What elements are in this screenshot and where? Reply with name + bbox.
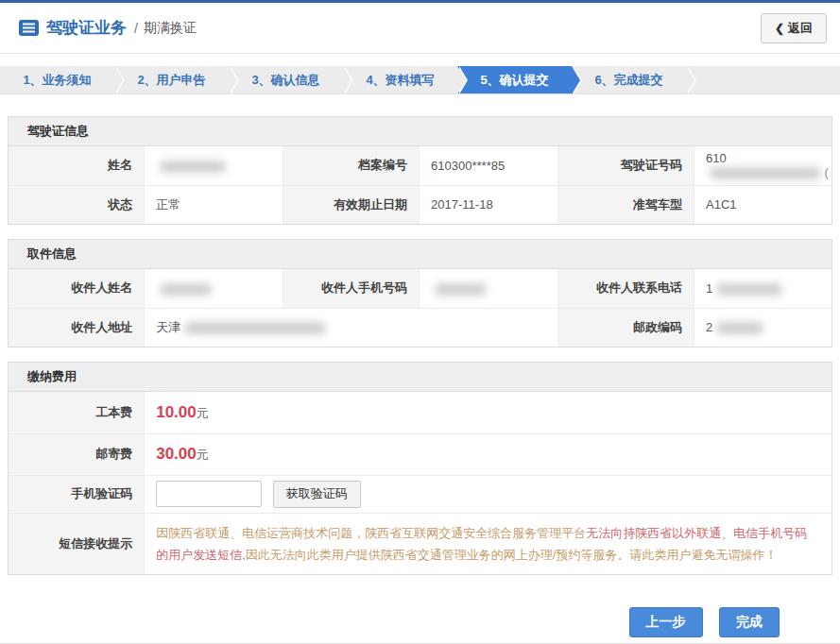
chevron-left-icon: ❮ (775, 22, 784, 35)
status-value: 正常 (145, 185, 283, 224)
license-no-label: 驾驶证号码 (558, 146, 694, 185)
stepbar-filler (686, 66, 840, 93)
redacted-value (716, 322, 763, 334)
step-2-declaration[interactable]: 2、用户申告 (114, 66, 229, 93)
redacted-value (160, 283, 212, 296)
redacted-value (160, 161, 226, 173)
step-3-confirm-info[interactable]: 3、确认信息 (229, 66, 343, 93)
table-row: 收件人姓名 收件人手机号码 收件人联系电话 1 (9, 269, 831, 308)
file-no-label: 档案编号 (283, 146, 420, 185)
recipient-mobile-label: 收件人手机号码 (283, 269, 420, 308)
postage-fee-label: 邮寄费 (9, 433, 145, 475)
fees-section: 缴纳费用 工本费 10.00元 邮寄费 30.00元 手机验证码 获取验证码 短… (8, 362, 832, 575)
step-4-fill-data[interactable]: 4、资料填写 (343, 66, 457, 93)
prev-step-button[interactable]: 上一步 (629, 607, 703, 637)
sms-code-input[interactable] (156, 481, 262, 507)
page: 驾驶证业务 / 期满换证 ❮ 返回 1、业务须知 2、用户申告 3、确认信息 4… (0, 0, 840, 644)
pickup-info-section: 取件信息 收件人姓名 收件人手机号码 收件人联系电话 1 收件人地址 天津 邮政… (8, 239, 832, 347)
step-1-notice[interactable]: 1、业务须知 (0, 66, 114, 93)
table-row: 状态 正常 有效期止日期 2017-11-18 准驾车型 A1C1 (9, 185, 831, 224)
step-6-complete[interactable]: 6、完成提交 (572, 66, 686, 93)
redacted-value (710, 167, 821, 179)
expiry-label: 有效期止日期 (283, 185, 420, 224)
table-row: 短信接收提示 因陕西省联通、电信运营商技术问题，陕西省互联网交通安全综合服务管理… (9, 513, 831, 574)
license-section-title: 驾驶证信息 (9, 117, 831, 146)
postage-fee-value: 30.00元 (145, 433, 831, 475)
vehicle-class-value: A1C1 (694, 185, 831, 224)
recipient-name-label: 收件人姓名 (9, 269, 145, 308)
license-no-value: 610 ( (694, 146, 831, 185)
page-title: 驾驶证业务 (46, 17, 127, 39)
recipient-phone-label: 收件人联系电话 (558, 269, 694, 308)
name-value (145, 146, 283, 185)
vehicle-class-label: 准驾车型 (558, 185, 694, 224)
postal-code-label: 邮政编码 (558, 308, 694, 347)
recipient-address-value: 天津 (145, 308, 558, 347)
name-label: 姓名 (9, 146, 145, 185)
pickup-section-title: 取件信息 (9, 240, 831, 269)
fees-section-title: 缴纳费用 (9, 363, 831, 392)
recipient-mobile-value (420, 269, 558, 308)
sms-code-field: 获取验证码 (145, 475, 831, 513)
recipient-name-value (145, 269, 283, 308)
table-row: 工本费 10.00元 (9, 392, 831, 433)
redacted-value (716, 283, 782, 296)
list-icon (19, 20, 39, 36)
get-sms-code-button[interactable]: 获取验证码 (273, 481, 361, 508)
back-button-label: 返回 (788, 20, 813, 37)
table-row: 收件人地址 天津 邮政编码 2 (9, 308, 831, 347)
footer-actions: 上一步 完成 (0, 607, 840, 637)
expiry-value: 2017-11-18 (420, 185, 558, 224)
breadcrumb-separator: / (134, 21, 138, 36)
file-no-value: 610300****85 (420, 146, 558, 185)
finish-button[interactable]: 完成 (719, 607, 780, 637)
license-info-section: 驾驶证信息 姓名 档案编号 610300****85 驾驶证号码 610 ( 状… (8, 116, 832, 225)
step-5-confirm-submit[interactable]: 5、确认提交 (457, 66, 572, 93)
redacted-value (435, 283, 487, 296)
redacted-value (184, 322, 326, 334)
recipient-phone-value: 1 (694, 269, 831, 308)
table-row: 姓名 档案编号 610300****85 驾驶证号码 610 ( (9, 146, 831, 185)
production-fee-label: 工本费 (9, 392, 145, 433)
step-navigation: 1、业务须知 2、用户申告 3、确认信息 4、资料填写 5、确认提交 6、完成提… (0, 66, 840, 94)
sms-notice-label: 短信接收提示 (9, 513, 145, 574)
breadcrumb-current: 期满换证 (144, 20, 197, 37)
table-row: 邮寄费 30.00元 (9, 433, 831, 475)
recipient-address-label: 收件人地址 (9, 308, 145, 347)
sms-code-label: 手机验证码 (9, 475, 145, 513)
status-label: 状态 (9, 185, 145, 224)
postal-code-value: 2 (694, 308, 831, 347)
sms-notice-text: 因陕西省联通、电信运营商技术问题，陕西省互联网交通安全综合服务管理平台无法向持陕… (145, 513, 831, 574)
production-fee-value: 10.00元 (145, 392, 831, 433)
back-button[interactable]: ❮ 返回 (761, 13, 827, 43)
page-header: 驾驶证业务 / 期满换证 ❮ 返回 (0, 3, 840, 54)
table-row: 手机验证码 获取验证码 (9, 475, 831, 513)
